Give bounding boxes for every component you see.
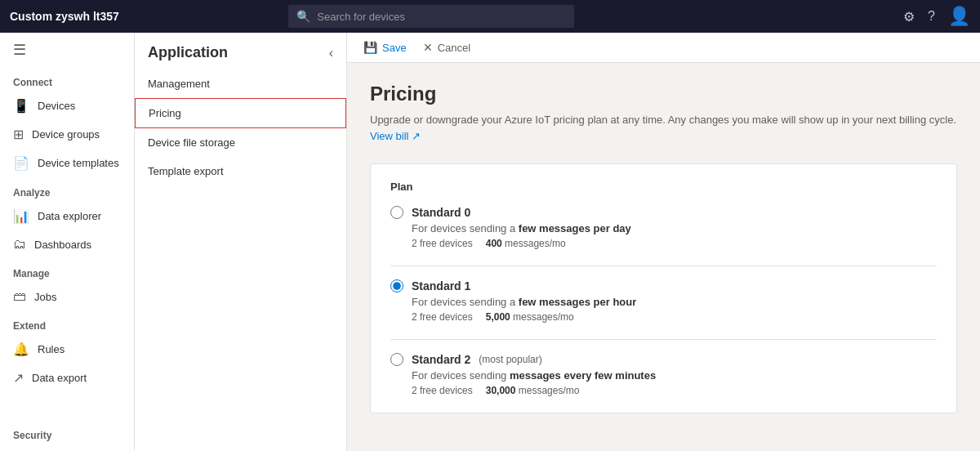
plan-card: Plan Standard 0 For devices sending a fe…: [370, 163, 957, 413]
plan-1-free-devices: 2 free devices: [412, 311, 473, 323]
page-title: Pricing: [370, 83, 957, 105]
section-manage-label: Manage: [0, 258, 134, 283]
plan-1-name: Standard 1: [412, 279, 470, 292]
save-icon: 💾: [363, 41, 377, 54]
plan-0-header: Standard 0: [390, 206, 937, 219]
plan-1-messages: 5,000 messages/mo: [486, 311, 574, 323]
data-explorer-icon: 📊: [13, 208, 29, 224]
plan-1-bold: few messages per hour: [519, 296, 637, 308]
sidebar-item-label: Devices: [38, 100, 75, 112]
device-groups-icon: ⊞: [13, 127, 24, 142]
plan-2-details: 2 free devices 30,000 messages/mo: [412, 385, 937, 396]
sidebar-item-label: Dashboards: [34, 239, 91, 251]
content-area: Pricing Upgrade or downgrade your Azure …: [347, 63, 980, 451]
rules-icon: 🔔: [13, 342, 29, 357]
sidebar-item-data-export[interactable]: ↗ Data export: [0, 364, 134, 392]
devices-icon: 📱: [13, 98, 29, 114]
middle-panel: Application ‹ Management Pricing Device …: [135, 33, 347, 451]
section-extend-label: Extend: [0, 310, 134, 335]
plan-1-desc: For devices sending a few messages per h…: [412, 296, 937, 308]
sidebar: ☰ Connect 📱 Devices ⊞ Device groups 📄 De…: [0, 33, 135, 451]
hamburger-button[interactable]: ☰: [0, 33, 134, 67]
nav-template-export[interactable]: Template export: [135, 157, 346, 185]
plan-0-bold: few messages per day: [519, 222, 631, 234]
plan-0-details: 2 free devices 400 messages/mo: [412, 238, 937, 249]
help-icon[interactable]: ?: [928, 9, 935, 24]
sidebar-item-dashboards[interactable]: 🗂 Dashboards: [0, 230, 134, 258]
plan-2-badge: (most popular): [479, 354, 541, 365]
plan-2-messages: 30,000 messages/mo: [486, 385, 580, 396]
sidebar-item-label: Jobs: [34, 291, 56, 303]
plan-1-radio[interactable]: [390, 279, 403, 292]
save-button[interactable]: 💾 Save: [363, 41, 407, 54]
plan-option-standard-2: Standard 2 (most popular) For devices se…: [390, 353, 937, 396]
sidebar-item-jobs[interactable]: 🗃 Jobs: [0, 283, 134, 310]
sidebar-item-label: Data explorer: [38, 210, 101, 222]
main-content: 💾 Save ✕ Cancel Pricing Upgrade or downg…: [347, 33, 980, 451]
page-subtitle: Upgrade or downgrade your Azure IoT pric…: [370, 112, 957, 144]
plan-option-standard-0: Standard 0 For devices sending a few mes…: [390, 206, 937, 249]
dashboards-icon: 🗂: [13, 237, 26, 252]
main-layout: ☰ Connect 📱 Devices ⊞ Device groups 📄 De…: [0, 33, 980, 451]
plan-2-free-devices: 2 free devices: [412, 385, 473, 396]
sidebar-item-devices[interactable]: 📱 Devices: [0, 92, 134, 120]
sidebar-item-label: Device templates: [38, 157, 119, 169]
cancel-label: Cancel: [438, 42, 470, 54]
app-title: Custom zyswh lt357: [10, 10, 119, 23]
plan-0-free-devices: 2 free devices: [412, 238, 473, 249]
data-export-icon: ↗: [13, 370, 24, 386]
plan-2-name: Standard 2: [412, 353, 470, 366]
jobs-icon: 🗃: [13, 289, 26, 304]
divider-2: [390, 339, 937, 340]
plan-2-bold: messages every few minutes: [510, 369, 656, 382]
plan-1-details: 2 free devices 5,000 messages/mo: [412, 311, 937, 323]
search-box[interactable]: 🔍: [288, 5, 574, 28]
plan-0-name: Standard 0: [412, 206, 470, 219]
sidebar-item-device-groups[interactable]: ⊞ Device groups: [0, 120, 134, 149]
plan-option-standard-1: Standard 1 For devices sending a few mes…: [390, 279, 937, 323]
plan-1-header: Standard 1: [390, 279, 937, 292]
view-bill-link[interactable]: View bill ↗: [370, 130, 421, 142]
cancel-icon: ✕: [423, 41, 433, 54]
divider-1: [390, 266, 937, 266]
plan-2-header: Standard 2 (most popular): [390, 353, 937, 366]
section-analyze-label: Analyze: [0, 177, 134, 202]
topbar-icons: ⚙ ? 👤: [903, 6, 970, 27]
subtitle-text: Upgrade or downgrade your Azure IoT pric…: [370, 114, 956, 126]
middle-panel-header: Application ‹: [135, 33, 346, 69]
search-input[interactable]: [317, 11, 566, 23]
sidebar-item-device-templates[interactable]: 📄 Device templates: [0, 149, 134, 177]
sidebar-item-label: Device groups: [32, 128, 100, 141]
collapse-icon[interactable]: ‹: [329, 46, 333, 60]
section-connect-label: Connect: [0, 67, 134, 92]
nav-pricing[interactable]: Pricing: [135, 98, 346, 128]
sidebar-item-label: Data export: [32, 372, 87, 384]
plan-0-desc: For devices sending a few messages per d…: [412, 222, 937, 234]
section-security-label: Security: [0, 420, 134, 451]
plan-2-radio[interactable]: [390, 353, 403, 366]
sidebar-item-data-explorer[interactable]: 📊 Data explorer: [0, 202, 134, 230]
plan-0-radio[interactable]: [390, 206, 403, 219]
search-icon: 🔍: [296, 10, 310, 23]
plan-0-messages: 400 messages/mo: [486, 238, 566, 249]
sidebar-item-label: Rules: [38, 343, 65, 355]
plan-2-desc: For devices sending messages every few m…: [412, 369, 937, 382]
topbar: Custom zyswh lt357 🔍 ⚙ ? 👤: [0, 0, 980, 33]
sidebar-item-rules[interactable]: 🔔 Rules: [0, 335, 134, 364]
user-icon[interactable]: 👤: [948, 6, 970, 27]
middle-panel-title: Application: [148, 44, 228, 61]
cancel-button[interactable]: ✕ Cancel: [423, 41, 470, 54]
nav-management[interactable]: Management: [135, 69, 346, 98]
save-label: Save: [382, 42, 407, 54]
nav-device-file-storage[interactable]: Device file storage: [135, 128, 346, 157]
device-templates-icon: 📄: [13, 155, 29, 171]
settings-icon[interactable]: ⚙: [903, 9, 915, 25]
plan-label: Plan: [390, 181, 937, 193]
action-bar: 💾 Save ✕ Cancel: [347, 33, 980, 63]
